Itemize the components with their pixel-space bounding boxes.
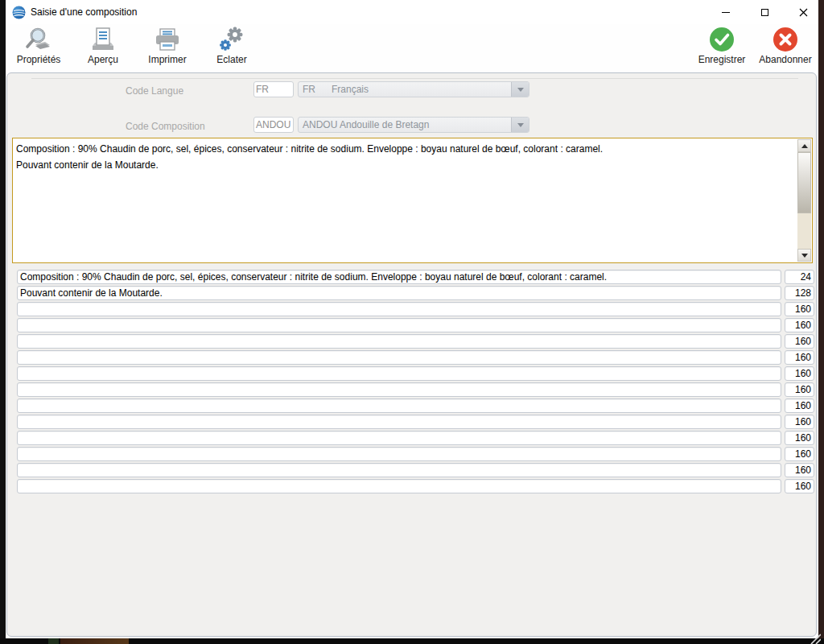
line-text-field[interactable] xyxy=(17,382,781,397)
eclater-label: Eclater xyxy=(216,54,246,65)
chevron-down-icon xyxy=(517,123,524,127)
abandonner-label: Abandonner xyxy=(759,54,811,65)
line-text-field[interactable] xyxy=(17,366,781,381)
composition-line-row: 160 xyxy=(7,366,816,381)
line-text-field[interactable] xyxy=(17,463,781,477)
scrollbar-thumb[interactable] xyxy=(797,152,811,213)
line-remaining-count[interactable]: 160 xyxy=(785,302,814,316)
printer-icon xyxy=(154,27,181,52)
proprietes-label: Propriétés xyxy=(17,54,61,65)
panel-divider xyxy=(31,78,798,79)
proprietes-button[interactable]: Propriétés xyxy=(11,27,66,68)
toolbar: Propriétés Aperçu xyxy=(6,24,818,71)
gears-icon xyxy=(219,27,245,52)
composition-line-row: 160 xyxy=(7,447,816,461)
close-button[interactable] xyxy=(791,0,815,24)
composition-line-row: 160 xyxy=(7,318,816,332)
composition-line-row: 160 xyxy=(7,463,816,477)
code-langue-combo[interactable]: FR Français xyxy=(298,81,529,97)
line-remaining-count[interactable]: 160 xyxy=(785,431,814,445)
composition-line-row: 160 xyxy=(7,350,816,365)
line-text-field[interactable]: Pouvant contenir de la Moutarde. xyxy=(17,286,781,300)
line-text-field[interactable] xyxy=(17,318,781,332)
desktop-edge-right xyxy=(818,0,824,638)
line-text-field[interactable] xyxy=(17,334,781,349)
line-remaining-count[interactable]: 160 xyxy=(785,415,814,429)
line-remaining-count[interactable]: 128 xyxy=(785,286,814,300)
line-text-field[interactable] xyxy=(17,447,781,461)
imprimer-button[interactable]: Imprimer xyxy=(140,27,195,68)
code-langue-label: Code Langue xyxy=(126,85,183,97)
composition-line-row: 160 xyxy=(7,431,816,445)
line-remaining-count[interactable]: 160 xyxy=(785,463,814,477)
minimize-icon xyxy=(722,12,730,13)
line-text-field[interactable] xyxy=(17,398,781,413)
app-window: Saisie d'une composition Propriétés xyxy=(6,0,818,638)
magnifier-properties-icon xyxy=(24,27,53,52)
desktop-artifact xyxy=(48,638,59,644)
chevron-down-icon xyxy=(517,88,524,92)
green-check-icon xyxy=(709,27,735,52)
code-composition-combo-value: ANDOU Andouille de Bretagn xyxy=(303,119,429,130)
code-composition-combo[interactable]: ANDOU Andouille de Bretagn xyxy=(298,117,529,133)
composition-line-row: 160 xyxy=(7,398,816,413)
line-text-field[interactable] xyxy=(17,415,781,429)
composition-line-row: 160 xyxy=(7,334,816,349)
line-text-field[interactable] xyxy=(17,350,781,365)
resize-grip[interactable] xyxy=(805,634,821,644)
textarea-scrollbar[interactable] xyxy=(797,139,811,262)
scroll-down-button[interactable] xyxy=(797,249,811,262)
scroll-up-button[interactable] xyxy=(797,139,811,152)
main-panel: Code Langue FR FR Français Code Composit… xyxy=(6,72,817,637)
close-icon xyxy=(799,8,808,17)
app-icon xyxy=(12,6,26,19)
line-remaining-count[interactable]: 160 xyxy=(785,366,814,381)
composition-line-row: 160 xyxy=(7,415,816,429)
composition-line-row: Pouvant contenir de la Moutarde.128 xyxy=(7,286,816,300)
enregistrer-label: Enregistrer xyxy=(698,54,746,65)
maximize-icon xyxy=(761,9,768,16)
maximize-button[interactable] xyxy=(752,0,777,24)
line-remaining-count[interactable]: 160 xyxy=(785,479,814,493)
line-text-field[interactable] xyxy=(17,479,781,493)
line-remaining-count[interactable]: 160 xyxy=(785,350,814,365)
window-title: Saisie d'une composition xyxy=(31,6,137,18)
composition-textarea[interactable]: Composition : 90% Chaudin de porc, sel, … xyxy=(12,138,813,263)
code-langue-combo-arrow[interactable] xyxy=(511,82,529,97)
composition-line-row: 160 xyxy=(7,302,816,316)
line-text-field[interactable] xyxy=(17,431,781,445)
enregistrer-button[interactable]: Enregistrer xyxy=(693,27,751,68)
code-composition-combo-arrow[interactable] xyxy=(511,118,529,132)
line-remaining-count[interactable]: 160 xyxy=(785,447,814,461)
code-langue-input[interactable]: FR xyxy=(253,81,294,97)
line-remaining-count[interactable]: 160 xyxy=(785,398,814,413)
apercu-label: Aperçu xyxy=(88,54,118,65)
composition-line-row: Composition : 90% Chaudin de porc, sel, … xyxy=(7,270,816,284)
code-composition-label: Code Composition xyxy=(126,121,205,132)
imprimer-label: Imprimer xyxy=(148,54,186,65)
composition-line-row: 160 xyxy=(7,382,816,397)
abandonner-button[interactable]: Abandonner xyxy=(755,27,816,68)
line-text-field[interactable]: Composition : 90% Chaudin de porc, sel, … xyxy=(17,270,781,284)
title-bar: Saisie d'une composition xyxy=(6,0,818,24)
composition-line-row: 160 xyxy=(7,479,816,493)
minimize-button[interactable] xyxy=(714,0,738,24)
apercu-button[interactable]: Aperçu xyxy=(78,27,128,68)
code-composition-input[interactable]: ANDOU xyxy=(253,117,294,133)
red-cross-icon xyxy=(772,27,798,52)
line-remaining-count[interactable]: 160 xyxy=(785,318,814,332)
triangle-down-icon xyxy=(801,254,808,258)
eclater-button[interactable]: Eclater xyxy=(207,27,257,68)
triangle-up-icon xyxy=(801,144,808,148)
line-remaining-count[interactable]: 160 xyxy=(785,334,814,349)
line-remaining-count[interactable]: 24 xyxy=(785,270,814,284)
composition-text: Composition : 90% Chaudin de porc, sel, … xyxy=(16,141,794,173)
desktop-artifact xyxy=(60,638,129,644)
desktop-edge-bottom xyxy=(0,638,824,644)
print-preview-icon xyxy=(89,27,117,52)
code-langue-combo-value: FR Français xyxy=(303,84,369,95)
line-remaining-count[interactable]: 160 xyxy=(785,382,814,397)
line-text-field[interactable] xyxy=(17,302,781,316)
